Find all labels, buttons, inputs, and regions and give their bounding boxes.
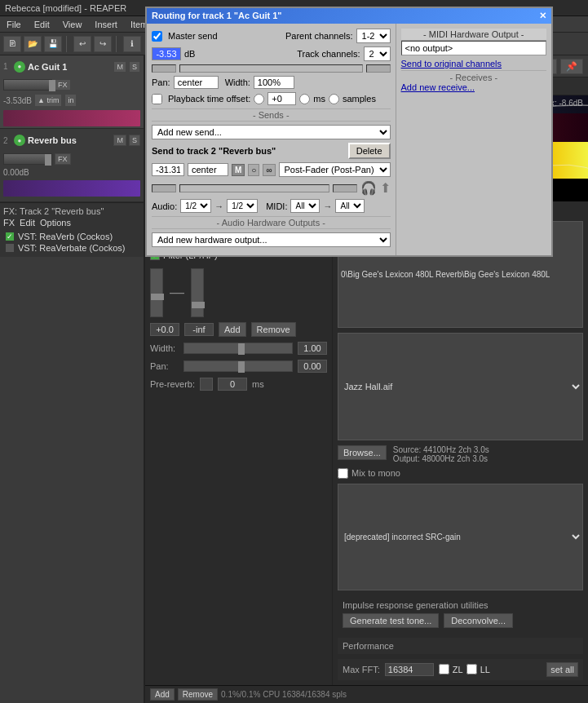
db-input[interactable] bbox=[150, 323, 179, 336]
pan-input[interactable] bbox=[298, 360, 327, 373]
fader-slider-left[interactable] bbox=[152, 64, 176, 73]
remove-ir-btn[interactable]: Remove bbox=[251, 322, 296, 337]
track-channels-select[interactable]: 2 bbox=[364, 46, 391, 61]
send-type-select[interactable]: Post-Fader (Post-Pan) bbox=[279, 162, 391, 177]
in-btn-1[interactable]: in bbox=[64, 94, 77, 107]
menu-view[interactable]: View bbox=[56, 19, 89, 30]
track-fader-1[interactable] bbox=[3, 79, 52, 91]
width-input[interactable] bbox=[298, 342, 327, 355]
track-icon-2[interactable]: ● bbox=[14, 135, 25, 146]
track-fx-1[interactable]: FX bbox=[55, 79, 71, 91]
zl-checkbox[interactable] bbox=[439, 664, 449, 674]
max-fft-input[interactable] bbox=[385, 663, 434, 676]
midi-out-select[interactable]: All bbox=[335, 199, 365, 213]
mix-to-mono-checkbox[interactable] bbox=[338, 468, 348, 479]
pre-reverb-slider[interactable] bbox=[200, 378, 213, 391]
track-fx-2[interactable]: FX bbox=[55, 153, 71, 165]
fader-slider-main[interactable] bbox=[179, 64, 363, 73]
track-icon-1[interactable]: ● bbox=[14, 61, 25, 73]
fx-item-2[interactable]: VST: ReaVerbate (Cockos) bbox=[3, 242, 140, 254]
midi-label: MIDI: bbox=[266, 201, 287, 211]
fx-checkbox-1[interactable]: ✓ bbox=[5, 232, 15, 241]
add-send-select[interactable]: Add new send... bbox=[152, 125, 391, 139]
plugin-pin-btn[interactable]: 📌 bbox=[560, 59, 583, 74]
fx-checkbox-2[interactable] bbox=[5, 243, 15, 253]
pan-fader[interactable] bbox=[183, 360, 293, 372]
utils-title: Impulse response generation utilities bbox=[343, 600, 578, 610]
dry-slider[interactable] bbox=[191, 268, 204, 317]
toolbar-open[interactable]: 📂 bbox=[24, 36, 42, 52]
fx-item-1[interactable]: ✓ VST: ReaVerb (Cockos) bbox=[3, 231, 140, 242]
offset-radio-samples[interactable] bbox=[329, 94, 339, 104]
track-name-2: Reverb bus bbox=[28, 135, 111, 145]
plugin-left-col: Wet: Dry: Impulse response generation: ✓… bbox=[145, 201, 333, 685]
toolbar-new[interactable]: 🖹 bbox=[3, 36, 21, 52]
send-to-original-link[interactable]: Send to original channels bbox=[401, 59, 546, 69]
send-phase-btn1[interactable]: ○ bbox=[248, 164, 259, 176]
bottom-add-btn[interactable]: Add bbox=[150, 688, 175, 701]
trim-btn-1[interactable]: ▲ trim bbox=[34, 94, 62, 107]
fader-slider-right[interactable] bbox=[366, 64, 391, 73]
menu-file[interactable]: File bbox=[0, 19, 28, 30]
offset-radio-1[interactable] bbox=[254, 94, 264, 104]
toolbar-info[interactable]: ℹ bbox=[123, 36, 141, 52]
fx-menu-fx[interactable]: FX bbox=[3, 218, 15, 228]
deprecated-select[interactable]: [deprecated] incorrect SRC-gain bbox=[338, 484, 583, 590]
track-fader-2[interactable] bbox=[3, 153, 52, 165]
no-output-select[interactable]: <no output> bbox=[401, 41, 546, 55]
track-mute-2[interactable]: M bbox=[113, 135, 126, 146]
bottom-remove-btn[interactable]: Remove bbox=[178, 688, 218, 701]
db-input-main[interactable] bbox=[152, 47, 181, 60]
toolbar-undo[interactable]: ↩ bbox=[73, 36, 91, 52]
menu-edit[interactable]: Edit bbox=[28, 19, 56, 30]
set-all-btn[interactable]: set all bbox=[546, 662, 578, 677]
audio-label: Audio: bbox=[152, 201, 177, 211]
pre-reverb-input[interactable] bbox=[218, 378, 247, 391]
width-fader-thumb bbox=[238, 343, 245, 355]
wet-slider[interactable] bbox=[150, 268, 163, 317]
toolbar-save[interactable]: 💾 bbox=[44, 36, 62, 52]
pan-value-input[interactable] bbox=[174, 76, 219, 89]
audio-in-select[interactable]: 1/2 bbox=[180, 199, 211, 213]
fx-menu-options[interactable]: Options bbox=[40, 218, 71, 228]
track-mute-1[interactable]: M bbox=[113, 61, 126, 73]
send-db-input[interactable] bbox=[152, 163, 184, 176]
track-item-2: 2 ● Reverb bus M S FX 0.00dB bbox=[0, 129, 144, 202]
width-fader[interactable] bbox=[183, 343, 293, 354]
send-slider-mid[interactable] bbox=[179, 184, 329, 192]
offset-value-input[interactable] bbox=[267, 92, 296, 105]
ir-file-select[interactable]: Jazz Hall.aif bbox=[338, 333, 583, 440]
audio-out-select[interactable]: 1/2 bbox=[227, 199, 258, 213]
inf-input[interactable] bbox=[184, 323, 214, 336]
fx-name-1: VST: ReaVerb (Cockos) bbox=[18, 232, 113, 241]
playback-offset-checkbox[interactable] bbox=[152, 94, 162, 104]
add-hw-output-select[interactable]: Add new hardware output... bbox=[152, 232, 391, 247]
midi-in-select[interactable]: All bbox=[290, 199, 320, 213]
browse-btn[interactable]: Browse... bbox=[338, 445, 387, 460]
send-phase-btn2[interactable]: ∞ bbox=[263, 164, 275, 176]
toolbar-redo[interactable]: ↪ bbox=[94, 36, 112, 52]
ll-label: LL bbox=[480, 665, 490, 674]
send-pan-input[interactable] bbox=[188, 163, 228, 176]
track-header-2: 2 ● Reverb bus M S bbox=[0, 129, 144, 152]
send-slider-right[interactable] bbox=[333, 184, 357, 192]
track-solo-1[interactable]: S bbox=[129, 61, 140, 73]
routing-close-btn[interactable]: ✕ bbox=[539, 11, 546, 21]
toolbar-sep2 bbox=[116, 36, 119, 52]
parent-channels-select[interactable]: 1-2 bbox=[356, 29, 391, 43]
gen-tone-btn[interactable]: Generate test tone... bbox=[343, 613, 439, 628]
width-row: Width: bbox=[150, 342, 327, 355]
width-value-input[interactable] bbox=[254, 76, 294, 89]
offset-radio-ms[interactable] bbox=[299, 94, 310, 104]
add-ir-btn[interactable]: Add bbox=[219, 322, 246, 337]
ll-checkbox[interactable] bbox=[466, 664, 477, 674]
add-receive-link[interactable]: Add new receive... bbox=[401, 82, 546, 92]
send-slider-left[interactable] bbox=[152, 184, 176, 192]
delete-send-btn[interactable]: Delete bbox=[348, 143, 391, 159]
fx-menu-edit[interactable]: Edit bbox=[20, 218, 35, 228]
send-m-btn[interactable]: M bbox=[232, 164, 245, 176]
track-solo-2[interactable]: S bbox=[129, 135, 140, 146]
deconvolve-btn[interactable]: Deconvolve... bbox=[444, 613, 513, 628]
menu-insert[interactable]: Insert bbox=[88, 19, 124, 30]
master-send-checkbox[interactable] bbox=[152, 31, 162, 42]
